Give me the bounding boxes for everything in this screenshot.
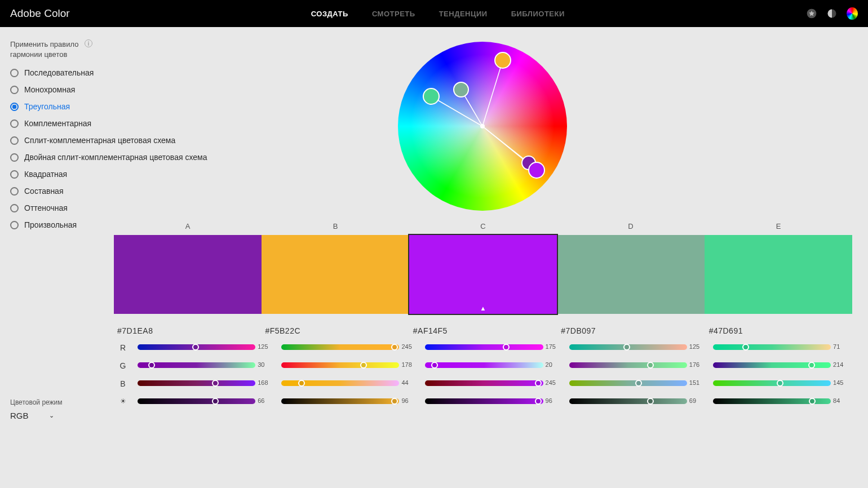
- rule-label: Комплементарная: [24, 119, 91, 128]
- slider[interactable]: 125: [569, 343, 687, 351]
- wheel-marker[interactable]: [423, 88, 440, 105]
- slider[interactable]: 145: [713, 379, 831, 387]
- rule-label: Составная: [24, 187, 63, 196]
- radio-icon: [10, 119, 19, 128]
- content: ABCDE #7D1EA8#F5B22C#AF14F5#7DB097#47D69…: [113, 27, 868, 488]
- harmony-rule-item[interactable]: Оттеночная: [10, 203, 104, 212]
- harmony-rule-item[interactable]: Последовательная: [10, 68, 104, 77]
- swatch[interactable]: [114, 235, 262, 314]
- harmony-rule-item[interactable]: Квадратная: [10, 170, 104, 179]
- hex-value[interactable]: #AF14F5: [409, 326, 556, 335]
- channel-b: B: [113, 379, 133, 387]
- color-wheel[interactable]: [398, 42, 567, 211]
- hex-value[interactable]: #7DB097: [556, 326, 704, 335]
- wheel-marker[interactable]: [453, 82, 469, 97]
- slider-column: 7121414584: [708, 343, 852, 405]
- swatch[interactable]: [705, 235, 852, 314]
- header: Adobe Color СОЗДАТЬСМОТРЕТЬТЕНДЕНЦИИБИБЛ…: [0, 0, 868, 27]
- profile-avatar[interactable]: [847, 8, 858, 19]
- wheel-marker[interactable]: [494, 52, 511, 69]
- hex-value[interactable]: #7D1EA8: [113, 326, 260, 335]
- swatch-letter: C: [409, 222, 557, 230]
- radio-icon: [10, 204, 19, 212]
- swatches: [114, 235, 852, 314]
- slider-column: 1752024596: [420, 343, 564, 405]
- color-mode-select[interactable]: RGB ⌄: [10, 411, 63, 420]
- slider-column: 12517615169: [565, 343, 708, 405]
- harmony-rule-item[interactable]: Сплит-комплементарная цветовая схема: [10, 136, 104, 145]
- rule-label: Оттеночная: [24, 203, 68, 212]
- slider-value: 168: [258, 379, 272, 386]
- harmony-rule-item[interactable]: Произвольная: [10, 220, 104, 229]
- slider-value: 245: [401, 343, 416, 350]
- swatch[interactable]: [557, 235, 705, 314]
- swatch[interactable]: [409, 235, 557, 314]
- slider-value: 84: [833, 397, 848, 404]
- slider[interactable]: 71: [713, 343, 831, 351]
- harmony-rule-item[interactable]: Комплементарная: [10, 119, 104, 128]
- slider[interactable]: 30: [138, 361, 255, 369]
- slider[interactable]: 245: [281, 343, 399, 351]
- star-icon[interactable]: [806, 8, 817, 19]
- slider[interactable]: 66: [138, 397, 255, 405]
- radio-icon: [10, 153, 19, 162]
- slider-value: 69: [689, 397, 704, 404]
- header-icons: [806, 8, 858, 19]
- rule-label: Монохромная: [24, 85, 75, 94]
- slider[interactable]: 96: [425, 397, 543, 405]
- slider-column: 1253016866: [133, 343, 277, 405]
- slider-value: 178: [401, 361, 416, 368]
- slider[interactable]: 20: [425, 361, 543, 369]
- slider[interactable]: 178: [281, 361, 399, 369]
- sidebar: Применить правило гармонии цветов i Посл…: [0, 27, 113, 488]
- brand[interactable]: Adobe Color: [10, 7, 70, 20]
- wheel-marker[interactable]: [528, 162, 545, 179]
- swatch-letter: D: [557, 222, 705, 230]
- slider[interactable]: 151: [569, 379, 687, 387]
- color-mode-label: Цветовой режим: [10, 398, 63, 406]
- slider[interactable]: 175: [425, 343, 543, 351]
- slider-value: 176: [689, 361, 704, 368]
- harmony-rule-item[interactable]: Двойная сплит-комплементарная цветовая с…: [10, 153, 104, 162]
- slider[interactable]: 84: [713, 397, 831, 405]
- color-mode-value: RGB: [10, 411, 29, 420]
- info-icon[interactable]: i: [85, 39, 92, 47]
- svg-point-7: [480, 124, 485, 128]
- svg-line-2: [482, 60, 503, 126]
- harmony-rule-item[interactable]: Монохромная: [10, 85, 104, 94]
- slider-value: 125: [689, 343, 704, 350]
- nav-item[interactable]: СОЗДАТЬ: [311, 10, 348, 18]
- slider[interactable]: 176: [569, 361, 687, 369]
- nav-item[interactable]: СМОТРЕТЬ: [372, 10, 415, 18]
- slider[interactable]: 69: [569, 397, 687, 405]
- hex-value[interactable]: #47D691: [705, 326, 852, 335]
- slider-column: 2451784496: [277, 343, 420, 405]
- slider[interactable]: 125: [138, 343, 255, 351]
- slider-value: 125: [258, 343, 272, 350]
- slider-value: 44: [401, 379, 416, 386]
- slider[interactable]: 168: [138, 379, 255, 387]
- theme-icon[interactable]: [826, 8, 838, 19]
- harmony-rule-list: ПоследовательнаяМонохромнаяТреугольнаяКо…: [10, 68, 104, 229]
- radio-icon: [10, 187, 19, 196]
- main: Применить правило гармонии цветов i Посл…: [0, 27, 868, 488]
- nav-item[interactable]: БИБЛИОТЕКИ: [511, 10, 565, 18]
- slider[interactable]: 214: [713, 361, 831, 369]
- hex-value[interactable]: #F5B22C: [260, 326, 408, 335]
- radio-icon: [10, 221, 19, 229]
- nav-item[interactable]: ТЕНДЕНЦИИ: [439, 10, 488, 18]
- swatch[interactable]: [262, 235, 409, 314]
- slider-value: 151: [689, 379, 704, 386]
- chevron-down-icon: ⌄: [49, 412, 54, 419]
- harmony-rule-item[interactable]: Составная: [10, 187, 104, 196]
- hex-row: #7D1EA8#F5B22C#AF14F5#7DB097#47D691: [113, 326, 852, 335]
- slider-value: 96: [546, 397, 560, 404]
- harmony-rule-item[interactable]: Треугольная: [10, 102, 104, 111]
- slider[interactable]: 44: [281, 379, 399, 387]
- slider[interactable]: 245: [425, 379, 543, 387]
- slider-value: 20: [546, 361, 560, 368]
- slider-value: 96: [401, 397, 416, 404]
- slider[interactable]: 96: [281, 397, 399, 405]
- rule-label: Произвольная: [24, 220, 77, 229]
- rule-label: Квадратная: [24, 170, 67, 179]
